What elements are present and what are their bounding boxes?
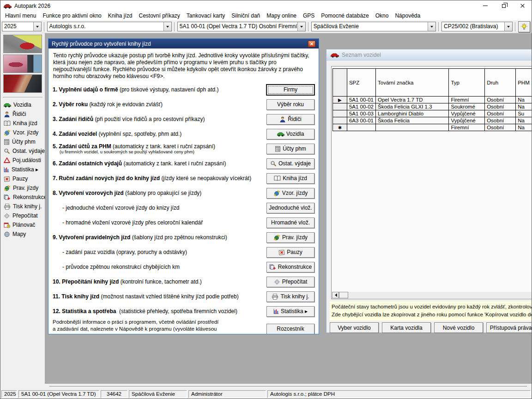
year-select[interactable]: 2025 <box>2 22 42 31</box>
wizard-step-1: 1. Vyplnění údajů o firmě (pro tiskové v… <box>53 82 314 97</box>
wizard-step-12: 12. Statistika a spotřeba (statistické p… <box>53 304 314 319</box>
wizard-step-2: 2. Výběr roku (každý rok je evidován zvl… <box>53 97 314 112</box>
kniha-jizd-button[interactable]: Kniha jízd <box>266 173 314 184</box>
chevron-down-icon[interactable] <box>297 22 305 31</box>
ostat-vydaje-button[interactable]: Ostat. výdaje <box>266 158 314 169</box>
chevron-down-icon[interactable] <box>33 22 41 31</box>
scroll-left-icon[interactable] <box>332 292 339 298</box>
window-titlebar[interactable]: Autopark 2026 <box>0 0 532 11</box>
toolbar-separator <box>438 22 439 31</box>
row-selector[interactable]: ▶ <box>333 97 347 103</box>
trip-order-select[interactable]: CP25/002 (Bratislava) <box>441 22 513 31</box>
vehicle-list-titlebar[interactable]: Seznam vozidel <box>326 49 532 60</box>
printer-icon <box>4 204 11 210</box>
pristupova-prava-button[interactable]: Přístupová práva <box>486 322 532 333</box>
horizontal-scrollbar[interactable] <box>332 292 532 298</box>
sidebar-item-prepocitat[interactable]: Přepočítat <box>0 211 45 220</box>
menu-item-pomocne-databaze[interactable]: Pomocné databáze <box>318 12 372 20</box>
chevron-down-icon[interactable] <box>504 22 512 31</box>
lightbulb-icon <box>520 23 528 30</box>
sidebar-item-vzor-jizdy[interactable]: Vzor. jízdy <box>0 128 45 137</box>
menu-item-kniha-jizd[interactable]: Kniha jízd <box>105 12 136 20</box>
chevron-down-icon[interactable] <box>163 22 171 31</box>
sidebar-divider <box>3 97 42 98</box>
prav-jizdy-button[interactable]: Prav. jízdy <box>266 232 314 243</box>
ridici-button[interactable]: Řidiči <box>266 114 314 125</box>
sidebar-item-statistika[interactable]: Statistika ▸ <box>0 165 45 174</box>
menu-item-hlavni-menu[interactable]: Hlavní menu <box>2 12 39 20</box>
sidebar-item-ostat-vydaje[interactable]: Ostat. výdaje <box>0 146 45 156</box>
vyber-roku-button[interactable]: Výběr roku <box>266 99 314 110</box>
wizard-step-8: 8. Vytvoření vzorových jízd (šablony pro… <box>53 186 314 200</box>
row-selector[interactable] <box>333 103 347 110</box>
menu-item-mapy-online[interactable]: Mapy online <box>263 12 300 20</box>
menu-item-napoveda[interactable]: Nápověda <box>392 12 423 20</box>
sidebar-item-kniha-jizd[interactable]: Kniha jízd <box>0 119 45 128</box>
row-selector[interactable] <box>333 117 347 124</box>
wizard-title: Rychlý průvodce pro vytvoření knihy jízd <box>52 41 151 47</box>
menu-item-okno[interactable]: Okno <box>372 12 392 20</box>
sidebar-item-pauzy[interactable]: Pauzy <box>0 174 45 183</box>
restore-icon[interactable] <box>495 0 513 11</box>
vehicle-grid: SPZ Tovární značka Typ Druh PHM ▶ 5A1 00… <box>331 66 532 299</box>
chevron-down-icon[interactable] <box>428 22 435 31</box>
col-druh[interactable]: Druh <box>485 69 516 97</box>
vehicle-select[interactable]: 5A1 00-01 (Opel Vectra 1.7 TD) Osobní Fi… <box>177 22 306 31</box>
sidebar-item-prav-jizdy[interactable]: Prav. jízdy <box>0 183 45 193</box>
sidebar-item-planovac[interactable]: Plánovač <box>0 220 45 230</box>
ucty-phm-button[interactable]: Účty phm <box>266 144 314 154</box>
menu-item-funkce[interactable]: Funkce pro aktivní okno <box>39 12 104 20</box>
row-selector[interactable] <box>333 110 347 117</box>
status-user-role: Administrátor <box>188 390 266 398</box>
vehicle-row-new[interactable]: ✱ Firemní Osobní Na <box>333 124 532 131</box>
menu-item-cestovni-prikazy[interactable]: Cestovní příkazy <box>135 12 183 20</box>
col-brand[interactable]: Tovární značka <box>375 69 448 97</box>
wizard-close-icon[interactable] <box>308 41 315 47</box>
sidebar-item-vozidla[interactable]: Vozidla <box>0 100 45 109</box>
vzor-jizdy-button[interactable]: Vzor. jízdy <box>266 188 314 199</box>
wizard-step-5: 5. Zadání účtů za PHM (automaticky z tan… <box>53 141 314 156</box>
sidebar-item-mapy[interactable]: Mapy <box>0 230 45 239</box>
wizard-titlebar[interactable]: Rychlý průvodce pro vytvoření knihy jízd <box>48 39 319 48</box>
firmy-button[interactable]: Firmy <box>266 85 314 95</box>
planner-icon <box>4 222 10 228</box>
vehicle-row[interactable]: 6A3 00-01 Škoda Felicia Vypůjčené Osobní… <box>333 117 532 124</box>
tisk-knihy-button[interactable]: Tisk knihy j. <box>266 291 314 302</box>
menu-item-gps[interactable]: GPS <box>300 12 318 20</box>
nove-vozidlo-button[interactable]: Nové vozidlo <box>434 322 483 333</box>
col-spz[interactable]: SPZ <box>347 69 375 97</box>
sidebar: Vozidla Řidiči Kniha jízd Vzor. jízdy Úč… <box>0 33 45 384</box>
toolbar-separator <box>174 22 175 31</box>
menu-item-tankovaci-karty[interactable]: Tankovací karty <box>183 12 228 20</box>
karta-vozidla-button[interactable]: Karta vozidla <box>382 322 431 333</box>
sidebar-item-poj-udalosti[interactable]: Poj.události <box>0 156 45 165</box>
driver-select[interactable]: Spáčilová Evženie <box>311 22 436 31</box>
vehicle-row[interactable]: ▶ 5A1 00-01 Opel Vectra 1.7 TD Firemní O… <box>333 97 532 103</box>
minimize-icon[interactable] <box>476 0 495 11</box>
vehicle-row[interactable]: 5A1 00-03 Lamborghini Diablo Vypůjčené O… <box>333 110 532 117</box>
driver-icon <box>4 111 10 117</box>
sidebar-item-ucty-phm[interactable]: Účty phm <box>0 137 45 146</box>
menu-item-silnicni-dan[interactable]: Silniční daň <box>228 12 263 20</box>
pauzy-button[interactable]: Pauzy <box>266 247 314 258</box>
jednoduche-vlozeni-button[interactable]: Jednoduché vlož. <box>266 203 314 213</box>
col-phm[interactable]: PHM <box>516 69 532 97</box>
quick-guide-button[interactable] <box>518 21 530 32</box>
rozcestnik-button[interactable]: Rozcestník <box>266 324 314 334</box>
vyber-vozidlo-button[interactable]: Vyber vozidlo <box>330 322 379 333</box>
company-select[interactable]: Autologis s.r.o. <box>47 22 172 31</box>
statistika-button[interactable]: Statistika ▸ <box>266 306 314 317</box>
row-selector[interactable]: ✱ <box>333 124 347 131</box>
col-typ[interactable]: Typ <box>449 69 485 97</box>
scrollbar-thumb[interactable] <box>339 292 348 298</box>
sidebar-item-tisk-knihy[interactable]: Tisk knihy j. <box>0 202 45 211</box>
vehicle-table: SPZ Tovární značka Typ Druh PHM ▶ 5A1 00… <box>332 68 532 131</box>
rekonstrukce-button[interactable]: Rekonstrukce <box>266 262 314 272</box>
hromadne-vlozeni-button[interactable]: Hromadné vlož. <box>266 218 314 228</box>
close-icon[interactable] <box>513 0 532 11</box>
vehicle-row[interactable]: 5A1 00-02 Škoda Felicia GLXI 1.3 Soukrom… <box>333 103 532 110</box>
prepocitat-button[interactable]: Přepočítat <box>266 277 314 287</box>
vozidla-button[interactable]: Vozidla <box>266 129 314 139</box>
sidebar-item-rekonstrukce[interactable]: Rekonstrukce <box>0 193 45 202</box>
sidebar-item-ridici[interactable]: Řidiči <box>0 109 45 119</box>
